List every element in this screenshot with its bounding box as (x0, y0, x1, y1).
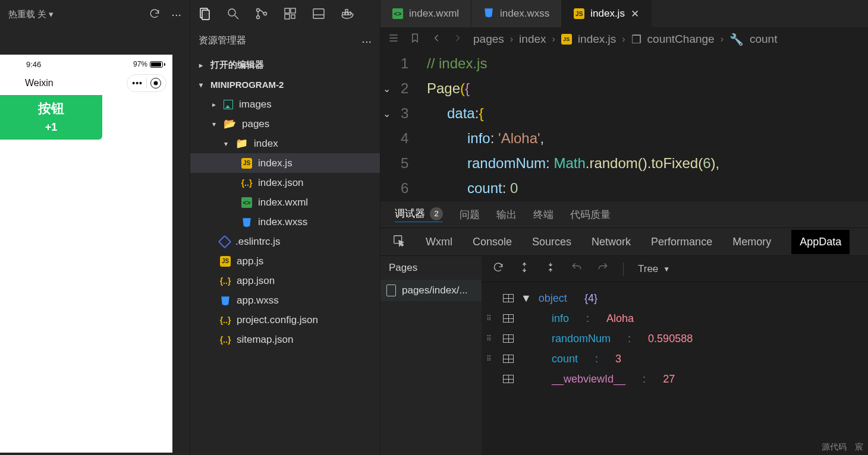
list-icon[interactable] (388, 32, 400, 47)
folder-pages[interactable]: ▾📂pages (190, 114, 380, 134)
crumb-var[interactable]: count (750, 33, 777, 46)
undo-icon[interactable] (571, 261, 583, 276)
device-nav-bar: Weixin ••• (0, 71, 172, 95)
cube-icon: ❒ (631, 33, 641, 46)
refresh-icon[interactable] (492, 261, 504, 276)
project-header[interactable]: ▾MINIPROGRAM-2 (190, 75, 380, 94)
panel-icon[interactable] (312, 7, 326, 23)
bookmark-icon[interactable] (409, 32, 421, 47)
devtab-network[interactable]: Network (592, 236, 631, 248)
demo-button-label: 按钮 (38, 100, 64, 118)
code-editor[interactable]: ⌄ ⌄ 123456 // index.js Page({ data: { in… (380, 51, 868, 201)
svg-rect-11 (313, 9, 324, 18)
status-time: 9:46 (26, 60, 41, 69)
tree-row-webviewid[interactable]: __webviewId__ : 27 (482, 369, 868, 389)
svg-point-6 (264, 12, 267, 15)
file-project-config[interactable]: {..}project.config.json (190, 310, 380, 330)
file-index-wxss[interactable]: index.wxss (190, 212, 380, 232)
wxss-file-icon (220, 295, 231, 306)
svg-rect-16 (345, 10, 348, 12)
editor-breadcrumb: pages› index› JS index.js› ❒ countChange… (380, 27, 868, 51)
collapse-vert-icon[interactable] (545, 261, 556, 276)
tree-row-randomnum[interactable]: ⠿ randomNum : 0.590588 (482, 328, 868, 349)
file-index-json[interactable]: {..}index.json (190, 173, 380, 192)
file-eslintrc[interactable]: .eslintrc.js (190, 232, 380, 251)
file-index-wxml[interactable]: <>index.wxml (190, 192, 380, 212)
more-icon[interactable]: ··· (171, 8, 181, 21)
crumb-pages[interactable]: pages (473, 33, 504, 46)
wxml-file-icon: <> (241, 197, 252, 208)
search-icon[interactable] (226, 7, 240, 23)
capsule-close-icon[interactable] (150, 78, 161, 89)
panel-tab-output[interactable]: 输出 (496, 208, 517, 222)
js-file-icon: JS (220, 256, 231, 267)
crumb-fn[interactable]: countChange (647, 33, 715, 46)
table-icon (503, 294, 514, 302)
capsule-more-icon[interactable]: ••• (132, 78, 143, 88)
tab-index-wxml[interactable]: <> index.wxml (380, 0, 471, 27)
tab-index-js[interactable]: JS index.js ✕ (562, 0, 652, 27)
svg-line-3 (235, 15, 238, 19)
device-status-bar: 9:46 97% (0, 55, 172, 71)
expand-vert-icon[interactable] (518, 261, 530, 276)
devtab-memory[interactable]: Memory (732, 236, 771, 248)
simulator-toolbar: 热重载 关 ▾ ··· (0, 0, 190, 29)
file-app-json[interactable]: {..}app.json (190, 271, 380, 290)
refresh-icon[interactable] (149, 8, 161, 21)
tree-root[interactable]: ▼ object {4} (482, 288, 868, 308)
explorer-more-icon[interactable]: ··· (361, 38, 372, 44)
devtab-wxml[interactable]: Wxml (426, 236, 452, 248)
folder-index[interactable]: ▾📁index (190, 134, 380, 153)
docker-icon[interactable] (340, 7, 354, 23)
hot-reload-toggle[interactable]: 热重载 关 ▾ (8, 9, 54, 20)
devtab-appdata[interactable]: AppData (791, 230, 850, 254)
footer-source[interactable]: 源代码 (822, 442, 847, 453)
table-icon (503, 334, 514, 343)
panel-tab-problems[interactable]: 问题 (460, 208, 480, 222)
devtab-sources[interactable]: Sources (532, 236, 571, 248)
crumb-file[interactable]: index.js (578, 33, 616, 46)
demo-button-block[interactable]: 按钮 +1 (0, 95, 102, 140)
svg-point-5 (257, 15, 260, 18)
svg-rect-14 (345, 12, 348, 15)
back-icon[interactable] (430, 32, 442, 47)
svg-point-2 (228, 9, 235, 16)
crumb-index[interactable]: index (519, 33, 546, 46)
devtab-performance[interactable]: Performance (651, 236, 712, 248)
devtab-console[interactable]: Console (473, 236, 512, 248)
debugger-badge: 2 (430, 207, 443, 220)
forward-icon[interactable] (452, 32, 464, 47)
panel-tab-terminal[interactable]: 终端 (533, 208, 553, 222)
devtool-tabs: Wxml Console Sources Network Performance… (380, 228, 868, 256)
wxss-file-icon (241, 217, 252, 228)
inspect-icon[interactable] (392, 234, 405, 250)
panel-tab-codequality[interactable]: 代码质量 (570, 208, 611, 222)
pages-item[interactable]: pages/index/... (380, 280, 482, 301)
file-sitemap-json[interactable]: {..}sitemap.json (190, 330, 380, 349)
folder-images[interactable]: ▸images (190, 94, 380, 114)
tree-row-count[interactable]: ⠿ count : 3 (482, 349, 868, 369)
source-control-icon[interactable] (254, 7, 269, 23)
close-icon[interactable]: ✕ (631, 8, 639, 20)
open-editors-header[interactable]: ▸打开的编辑器 (190, 55, 380, 75)
image-folder-icon (224, 100, 233, 109)
svg-rect-1 (202, 10, 209, 20)
view-mode-select[interactable]: Tree ▼ (638, 263, 670, 275)
panel-tab-debugger[interactable]: 调试器 2 (395, 207, 443, 222)
capsule-buttons[interactable]: ••• (127, 74, 166, 92)
file-app-wxss[interactable]: app.wxss (190, 290, 380, 310)
tree-row-info[interactable]: ⠿ info : Aloha (482, 308, 868, 328)
svg-rect-15 (348, 12, 351, 15)
code-line: // index.js (427, 55, 487, 72)
file-app-js[interactable]: JSapp.js (190, 251, 380, 271)
json-file-icon: {..} (220, 276, 231, 286)
tab-index-wxss[interactable]: index.wxss (471, 0, 562, 27)
eslint-icon (218, 235, 232, 248)
redo-icon[interactable] (597, 261, 609, 276)
file-index-js[interactable]: JSindex.js (190, 153, 380, 173)
explorer-icon[interactable] (197, 7, 212, 23)
extensions-icon[interactable] (283, 7, 297, 23)
status-bar: 源代码 宸 (822, 442, 863, 453)
wxml-file-icon: <> (392, 8, 403, 19)
simulator-device: 9:46 97% Weixin ••• 按钮 +1 (0, 55, 172, 453)
